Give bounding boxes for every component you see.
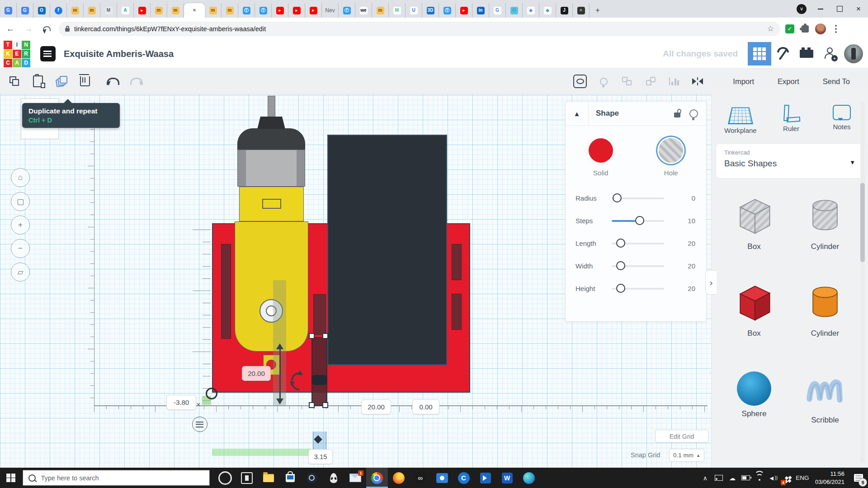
group-button[interactable] bbox=[615, 71, 639, 91]
browser-tab-inkscape[interactable]: ✧ bbox=[573, 3, 590, 18]
align-button[interactable] bbox=[662, 71, 686, 91]
selection-mid-handle[interactable] bbox=[311, 375, 327, 385]
taskbar-app-bolt[interactable] bbox=[475, 468, 496, 488]
origin-ring-handle[interactable] bbox=[206, 388, 217, 399]
delete-button[interactable] bbox=[73, 71, 97, 91]
browser-tab-youtube[interactable]: ▸ bbox=[288, 3, 305, 18]
taskbar-search-box[interactable]: Type here to search bbox=[23, 470, 210, 486]
motor-shoulder-shape[interactable] bbox=[237, 128, 305, 150]
onedrive-cloud-icon[interactable]: ☁ bbox=[726, 468, 739, 488]
show-hide-button[interactable] bbox=[568, 71, 592, 91]
hole-swatch[interactable] bbox=[659, 138, 683, 163]
media-controls-icon[interactable]: ∨ bbox=[792, 0, 811, 18]
solid-swatch[interactable] bbox=[589, 138, 613, 163]
brick-button[interactable] bbox=[795, 42, 818, 66]
shape-tile-scribble[interactable]: Scribble bbox=[796, 367, 854, 425]
motor-body-gray-shape[interactable] bbox=[237, 150, 305, 187]
shape-tile-red-box[interactable]: Box bbox=[725, 280, 783, 338]
panel-collapse-button[interactable]: ▲ bbox=[566, 102, 589, 125]
design-menu-icon[interactable] bbox=[40, 46, 56, 61]
window-close-button[interactable]: × bbox=[849, 0, 868, 18]
minecraft-pickaxe-button[interactable] bbox=[771, 42, 795, 66]
back-button[interactable]: ← bbox=[3, 21, 18, 37]
dimension-x-offset-field[interactable]: -3.80 bbox=[166, 395, 196, 410]
sidebar-tool-workplane[interactable]: Workplane bbox=[718, 105, 763, 134]
extensions-puzzle-icon[interactable] bbox=[799, 23, 811, 35]
taskbar-app-opera-gx[interactable]: ∞ bbox=[410, 468, 431, 488]
rotate-handle-icon[interactable] bbox=[288, 370, 304, 392]
dimension-width-field[interactable]: 3.15 bbox=[308, 449, 333, 464]
move-arrow-line[interactable] bbox=[279, 345, 281, 399]
browser-tab-mgreen[interactable]: M bbox=[389, 3, 406, 18]
browser-tab-moodle[interactable]: m bbox=[67, 3, 84, 18]
extension-check-icon[interactable]: ✓ bbox=[784, 23, 796, 35]
taskbar-app-mail[interactable]: 1 bbox=[344, 468, 366, 488]
slider-knob[interactable] bbox=[616, 284, 625, 293]
visibility-bulb-icon[interactable] bbox=[689, 109, 698, 118]
tinkercad-logo[interactable]: TINKERCAD bbox=[4, 41, 30, 67]
cast-icon[interactable] bbox=[712, 468, 726, 488]
taskbar-app-chrome[interactable] bbox=[366, 468, 388, 488]
browser-tab-youtube[interactable]: ▸ bbox=[456, 3, 472, 18]
wifi-icon[interactable] bbox=[753, 468, 766, 488]
bookmark-star-icon[interactable]: ☆ bbox=[767, 24, 774, 33]
sidebar-tool-notes[interactable]: Notes bbox=[819, 105, 864, 131]
browser-tab-translate[interactable]: G bbox=[17, 3, 33, 18]
browser-tab-moodle[interactable]: m bbox=[151, 3, 167, 18]
taskbar-app-browser-circle[interactable] bbox=[214, 468, 236, 488]
redo-button[interactable] bbox=[125, 71, 148, 91]
motor-gearbox-lower-shape[interactable] bbox=[235, 221, 308, 352]
browser-menu-kebab-icon[interactable] bbox=[830, 23, 842, 35]
ruler-menu-button[interactable] bbox=[192, 417, 208, 432]
shape-tile-sphere[interactable]: Sphere bbox=[725, 367, 783, 418]
taskbar-app-word[interactable]: W bbox=[496, 468, 518, 488]
browser-tab-moodle[interactable]: m bbox=[84, 3, 100, 18]
sidebar-scrollbar-thumb[interactable] bbox=[860, 183, 865, 262]
forward-button[interactable]: → bbox=[21, 21, 36, 37]
browser-tab-linkedin[interactable]: in bbox=[472, 3, 489, 18]
taskbar-app-capture-c[interactable]: C bbox=[453, 468, 475, 488]
taskbar-app-camera[interactable] bbox=[431, 468, 453, 488]
dimension-height-field[interactable]: 20.00 bbox=[242, 366, 271, 381]
notification-center-button[interactable]: 9 bbox=[849, 468, 868, 488]
browser-profile-avatar[interactable] bbox=[815, 23, 826, 35]
browser-tab-youtube[interactable]: ▸ bbox=[134, 3, 151, 18]
browser-tab-newtab[interactable]: Nev bbox=[322, 3, 339, 18]
shape-library-dropdown[interactable]: Tinkercad Basic Shapes ▼ bbox=[716, 143, 866, 178]
browser-tab-moodle[interactable]: m bbox=[167, 3, 184, 18]
active-tab[interactable]: ✕ bbox=[184, 3, 205, 18]
language-indicator[interactable]: ENG bbox=[793, 468, 811, 488]
shape-tile-orange-cylinder[interactable]: Cylinder bbox=[796, 280, 854, 338]
browser-tab-translate[interactable]: G bbox=[0, 3, 17, 18]
move-arrow-down[interactable] bbox=[276, 399, 283, 408]
ungroup-button[interactable] bbox=[639, 71, 662, 91]
undo-button[interactable] bbox=[101, 71, 125, 91]
selection-handle-top-left[interactable] bbox=[309, 333, 315, 339]
lock-icon[interactable] bbox=[674, 113, 680, 117]
taskbar-clock[interactable]: 11:56 03/06/2021 bbox=[815, 470, 844, 486]
shape-tile-hole-cylinder[interactable]: Cylinder bbox=[796, 193, 854, 251]
browser-tab-tinkercad[interactable]: Ⓣ bbox=[255, 3, 272, 18]
black-box-shape[interactable] bbox=[327, 135, 447, 365]
window-maximize-button[interactable] bbox=[830, 0, 849, 18]
browser-tab-tinkercad[interactable]: Ⓣ bbox=[238, 3, 255, 18]
browser-tab-google[interactable]: G bbox=[489, 3, 506, 18]
browser-tab-mhex[interactable]: M bbox=[100, 3, 117, 18]
browser-tab-youtube[interactable]: ▸ bbox=[272, 3, 288, 18]
taskbar-app-store[interactable] bbox=[279, 468, 301, 488]
volume-icon[interactable]: ◄)) bbox=[766, 468, 780, 488]
plate-slot-hole-center[interactable] bbox=[313, 294, 326, 335]
sidebar-scrollbar-track[interactable] bbox=[860, 101, 865, 463]
material-solid-option[interactable]: Solid bbox=[589, 138, 613, 177]
plate-slot-hole-right-lower[interactable] bbox=[452, 294, 462, 330]
browser-tab-book[interactable]: ◆ bbox=[523, 3, 539, 18]
perspective-toggle-button[interactable]: ▱ bbox=[11, 263, 30, 282]
zoom-out-button[interactable]: − bbox=[11, 239, 30, 258]
browser-tab-wemod[interactable]: we bbox=[355, 3, 372, 18]
snap-grid-dropdown[interactable]: 0.1 mm▲ bbox=[669, 449, 704, 462]
move-arrow-up[interactable] bbox=[276, 340, 283, 349]
ruler-origin-x[interactable]: × bbox=[196, 400, 201, 409]
taskbar-app-edge-beta[interactable] bbox=[518, 468, 540, 488]
slider-knob[interactable] bbox=[616, 239, 625, 248]
taskbar-app-steam[interactable] bbox=[301, 468, 323, 488]
